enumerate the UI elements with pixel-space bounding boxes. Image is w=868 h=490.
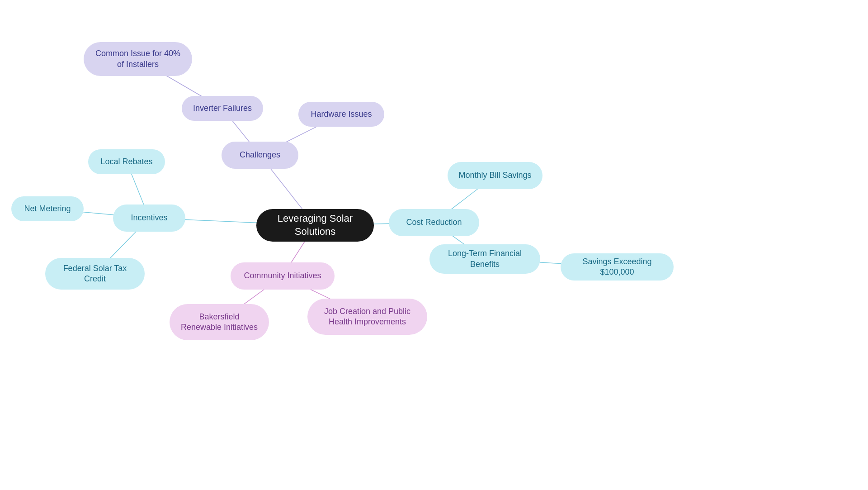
center-node: Leveraging Solar Solutions [256,209,374,242]
hardware-issues-node: Hardware Issues [298,102,384,127]
savings-exceeding-node: Savings Exceeding $100,000 [561,253,674,281]
common-issue-node: Common Issue for 40% of Installers [84,42,192,76]
local-rebates-node: Local Rebates [88,149,165,174]
cost-reduction-node: Cost Reduction [389,209,479,236]
bakersfield-node: Bakersfield Renewable Initiatives [170,304,269,340]
challenges-node: Challenges [222,142,298,169]
incentives-node: Incentives [113,205,185,232]
monthly-bill-node: Monthly Bill Savings [448,162,542,189]
inverter-failures-node: Inverter Failures [182,96,263,121]
net-metering-node: Net Metering [11,196,84,221]
job-creation-node: Job Creation and Public Health Improveme… [307,299,427,335]
community-init-node: Community Initiatives [231,262,335,290]
federal-solar-node: Federal Solar Tax Credit [45,258,145,290]
long-term-node: Long-Term Financial Benefits [429,244,540,274]
